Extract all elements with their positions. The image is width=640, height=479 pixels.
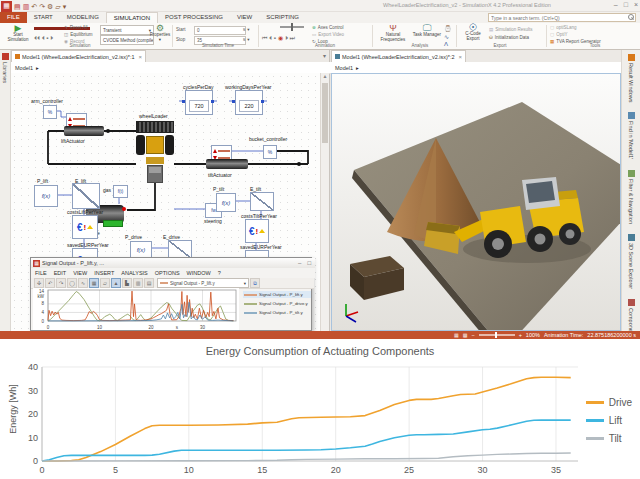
tab-filter-navigation[interactable]: Filter & Navigation: [628, 170, 635, 224]
properties-icon[interactable]: ✣: [34, 278, 44, 288]
app-icon[interactable]: ▦: [1, 1, 12, 12]
tab-post-processing[interactable]: POST PROCESSING: [158, 12, 230, 23]
properties-button[interactable]: ⚙ Properties▾: [150, 24, 170, 43]
menu-options[interactable]: OPTIONS: [155, 270, 180, 276]
curve-icon[interactable]: ∿: [78, 278, 88, 288]
signal-maximize-button[interactable]: □: [305, 260, 313, 266]
signal-minimize-button[interactable]: –: [296, 260, 303, 266]
table-icon[interactable]: ▤: [144, 278, 154, 288]
tab-3d-scene-explorer[interactable]: 3D Scene Explorer: [628, 234, 635, 289]
animation-transport-controls[interactable]: ⏮ ⏴ ▪ ◉ ⏵ ⏭: [262, 35, 295, 41]
restore-button[interactable]: □: [624, 1, 628, 8]
scene-doc-tab[interactable]: Model1 (WheelLoaderElectrification_v2.is…: [331, 50, 466, 62]
costs-tilt-block[interactable]: €!: [245, 219, 269, 243]
panel-layout-icon[interactable]: ▦: [89, 278, 99, 288]
save-icon[interactable]: ▤: [14, 3, 21, 10]
undo-icon[interactable]: ↶: [45, 278, 55, 288]
costs-lift-block[interactable]: €!: [72, 215, 98, 239]
scroll-up-icon[interactable]: ▲: [321, 73, 329, 79]
model-doc-tab[interactable]: Model1 (WheelLoaderElectrification_v2.is…: [11, 50, 146, 62]
reset-all-button[interactable]: ↰Reset All: [64, 26, 88, 31]
menu-insert[interactable]: INSERT: [94, 270, 114, 276]
simulation-results-button[interactable]: ▤Simulation Results: [489, 28, 533, 33]
menu-file[interactable]: FILE: [35, 270, 47, 276]
signal-output-window[interactable]: ▦ Signal Output - P_lift.y, ... – □ FILE…: [30, 257, 312, 331]
arm-controller-block[interactable]: %: [43, 105, 57, 119]
grid-view-icon[interactable]: ▦: [454, 332, 459, 338]
animation-speed-handle[interactable]: [291, 23, 293, 31]
cycles-per-day-block[interactable]: 720: [185, 90, 213, 115]
tab-file[interactable]: FILE: [0, 12, 27, 23]
p-lift-block[interactable]: f(x): [34, 185, 58, 207]
scrollbar-thumb[interactable]: [322, 83, 328, 143]
e-tilt-block[interactable]: [250, 192, 274, 211]
lift-actuator-block[interactable]: [64, 126, 104, 136]
undo-icon[interactable]: ↶: [31, 3, 37, 10]
scene-viewport[interactable]: [331, 73, 621, 331]
split-view-icon[interactable]: ▩: [463, 332, 468, 338]
legend-item-lift[interactable]: Signal Output - P_lift.y: [243, 291, 311, 298]
task-manager-button[interactable]: 🖵 Task Manager: [412, 24, 442, 38]
3d-scene[interactable]: [332, 74, 621, 331]
tab-simulation[interactable]: SIMULATION: [106, 12, 158, 23]
initialization-data-button[interactable]: ⛁Initialization Data: [489, 36, 529, 41]
grid-copy-icon[interactable]: ⧉: [250, 278, 260, 288]
analysis-extra-icons[interactable]: ⌚: [444, 26, 452, 32]
menu-window[interactable]: WINDOW: [187, 270, 211, 276]
bucket-controller-block[interactable]: %: [263, 145, 277, 159]
search-icon[interactable]: [627, 14, 634, 21]
signal-plot[interactable]: 010203004814skW: [33, 288, 239, 330]
close-tab-icon[interactable]: ×: [139, 54, 143, 60]
tab-start[interactable]: START: [27, 12, 60, 23]
sim-stop-unit[interactable]: s ▾: [243, 38, 250, 43]
close-button[interactable]: ×: [634, 1, 638, 8]
close-tab-icon[interactable]: ×: [459, 54, 463, 60]
p-tilt-block[interactable]: f(x): [216, 193, 236, 212]
tab-find-in-model[interactable]: Find in 'Model1': [628, 112, 635, 159]
fft-icon[interactable]: ▥: [133, 278, 143, 288]
save-all-icon[interactable]: ▥: [23, 3, 30, 10]
legend-item-tilt[interactable]: Signal Output - P_tilt.y: [243, 309, 311, 316]
working-days-block[interactable]: 220: [235, 90, 263, 115]
qat-dropdown-icon[interactable]: ▾: [63, 3, 67, 10]
e-lift-block[interactable]: [72, 183, 100, 209]
tilt-actuator-block[interactable]: [206, 159, 248, 169]
gas-block[interactable]: f(t): [113, 185, 128, 198]
signal-select-combo[interactable]: Signal Output - P_lift.y ▾: [157, 278, 249, 288]
sim-transport-controls[interactable]: ⏴⏴ ⏴ ▪ ⏵: [34, 35, 53, 41]
search-box[interactable]: [488, 13, 636, 22]
copy-icon[interactable]: ▱: [100, 278, 110, 288]
tab-scripting[interactable]: SCRIPTING: [259, 12, 306, 23]
new-doc-icon[interactable]: ▱: [55, 3, 60, 10]
zoom-out-icon[interactable]: −: [471, 332, 474, 338]
optislang-button[interactable]: ▢optiSLang: [550, 26, 577, 31]
start-simulation-button[interactable]: ▶ Start Simulation: [4, 24, 32, 43]
zoom-slider[interactable]: [479, 334, 515, 336]
sim-start-unit[interactable]: s ▾: [243, 28, 250, 33]
menu-help[interactable]: ?: [218, 270, 221, 276]
tab-result-windows[interactable]: Result Windows: [628, 54, 635, 102]
bar-chart-icon[interactable]: ▙: [122, 278, 132, 288]
p-drive-block[interactable]: f(x): [130, 241, 152, 258]
minimize-button[interactable]: –: [614, 1, 618, 8]
optiy-button[interactable]: ▢OptiY: [550, 33, 568, 38]
vertical-scrollbar[interactable]: ▲: [320, 73, 329, 331]
menu-view[interactable]: VIEW: [73, 270, 87, 276]
export-video-button[interactable]: ▭Export Video: [312, 33, 344, 38]
menu-edit[interactable]: EDIT: [54, 270, 67, 276]
axes-control-button[interactable]: ⊛Axes Control: [312, 26, 344, 31]
zoom-icon[interactable]: ◯: [67, 278, 77, 288]
line-chart-icon[interactable]: ▲: [111, 278, 121, 288]
equilibrium-button[interactable]: ◫Equilibrium: [64, 33, 93, 38]
menu-analysis[interactable]: ANALYSIS: [121, 270, 148, 276]
tab-modeling[interactable]: MODELING: [60, 12, 106, 23]
zoom-in-icon[interactable]: +: [519, 332, 522, 338]
redo-icon[interactable]: ↷: [56, 278, 66, 288]
sim-start-field[interactable]: 0: [194, 26, 246, 35]
tab-view[interactable]: VIEW: [230, 12, 259, 23]
natural-frequencies-button[interactable]: Ψ Natural Frequencies: [376, 24, 410, 43]
solver-mode-combo[interactable]: Transient▾: [100, 25, 154, 35]
bode-icon[interactable]: ∿: [444, 34, 449, 40]
tab-overflow-icon[interactable]: ▾: [323, 50, 329, 62]
zoom-slider-handle[interactable]: [495, 332, 497, 338]
